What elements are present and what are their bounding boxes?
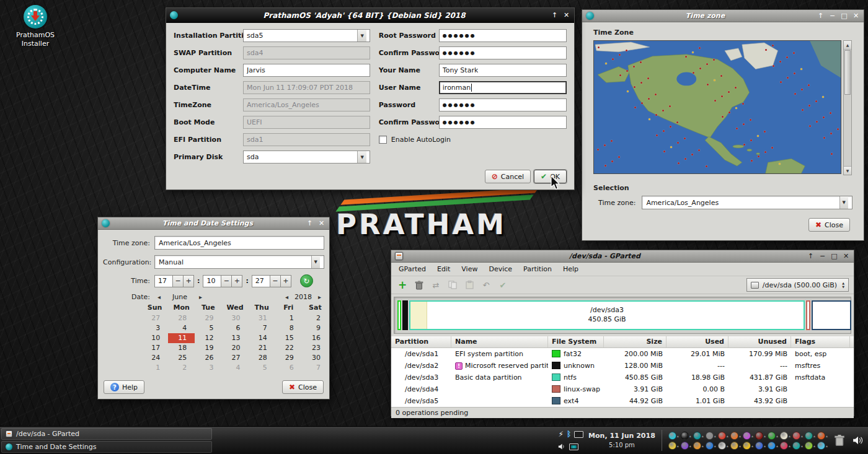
scroll-thumb[interactable]	[844, 50, 851, 95]
partition-row[interactable]: /dev/sda4linux-swap3.91 GiB0.00 B3.91 Gi…	[391, 383, 854, 395]
app-icon[interactable]	[693, 432, 701, 440]
calendar-day[interactable]: 5	[195, 323, 221, 333]
scroll-up-icon[interactable]: ▲	[844, 41, 851, 50]
app-icon[interactable]	[817, 442, 825, 450]
column-name[interactable]: Name	[451, 336, 548, 347]
prev-month-button[interactable]: ◂	[154, 294, 164, 300]
calendar-day[interactable]: 4	[168, 323, 195, 333]
close-button[interactable]: ✕	[852, 12, 860, 20]
app-icon[interactable]	[805, 442, 813, 450]
delete-partition-button[interactable]	[413, 279, 425, 291]
titlebar[interactable]: PrathamOS 'Adyah' {64 BIT} {Debian Sid} …	[166, 8, 574, 23]
configuration-select[interactable]: Manual ▼	[154, 255, 324, 269]
primary-disk-select[interactable]: sda▼	[243, 151, 370, 164]
partition-bar-segment-linux-swap[interactable]	[806, 300, 810, 330]
second-value[interactable]: 27	[252, 275, 270, 287]
calendar-day[interactable]: 29	[275, 353, 302, 363]
display-sharing-icon[interactable]	[569, 443, 578, 450]
app-icon[interactable]	[706, 432, 714, 440]
minute-increment-button[interactable]: +	[232, 275, 242, 287]
trash-icon[interactable]	[833, 434, 846, 447]
taskbar-window-gparted[interactable]: /dev/sda - GParted	[1, 428, 212, 440]
close-button[interactable]: ✕	[842, 252, 850, 260]
calendar-day[interactable]: 1	[141, 363, 168, 373]
calendar-day[interactable]: 10	[141, 333, 168, 343]
partition-row[interactable]: /dev/sda1EFI system partitionfat32200.00…	[391, 348, 854, 360]
hour-decrement-button[interactable]: −	[173, 275, 184, 287]
map-scrollbar[interactable]: ▲ ▼	[843, 40, 852, 175]
close-button[interactable]: ✕	[317, 219, 326, 227]
next-year-button[interactable]: ▸	[315, 294, 324, 300]
app-icon[interactable]	[706, 442, 714, 450]
next-month-button[interactable]: ▸	[196, 294, 205, 300]
calendar-day[interactable]: 21	[249, 343, 275, 353]
desktop-icon-installer[interactable]: PrathamOS Installer	[12, 5, 58, 49]
minimize-button[interactable]: −	[828, 12, 836, 20]
resize-button[interactable]: ⇄	[430, 279, 442, 291]
sync-time-button[interactable]: ↻	[300, 274, 313, 287]
app-icon[interactable]	[817, 432, 825, 440]
scroll-down-icon[interactable]: ▼	[844, 166, 851, 175]
calendar-day[interactable]: 29	[195, 313, 221, 323]
app-icon[interactable]	[718, 442, 726, 450]
calendar-day[interactable]: 16	[302, 333, 329, 343]
calendar-day[interactable]: 6	[275, 363, 302, 373]
calendar-day[interactable]: 24	[141, 353, 168, 363]
calendar-day[interactable]: 3	[195, 363, 221, 373]
calendar-day[interactable]: 27	[141, 313, 168, 323]
rollup-button[interactable]: ↑	[551, 11, 559, 19]
app-icon[interactable]	[792, 432, 800, 440]
second-increment-button[interactable]: +	[281, 275, 291, 287]
calendar-day[interactable]: 5	[249, 363, 275, 373]
app-icon[interactable]	[743, 442, 751, 450]
partition-row[interactable]: /dev/sda5ext444.92 GiB1.01 GiB43.92 GiB	[391, 395, 854, 407]
rollup-button[interactable]: ↑	[817, 12, 825, 20]
calendar-day[interactable]: 28	[168, 313, 195, 323]
close-button[interactable]: ✖ Close	[808, 218, 850, 232]
timezone-input[interactable]: America/Los_Angeles	[154, 236, 324, 250]
titlebar[interactable]: Time and Date Settings ↑ ✕	[98, 217, 329, 230]
timezone-select[interactable]: America/Los_Angeles ▼	[642, 196, 852, 209]
minimize-button[interactable]: −	[818, 252, 826, 260]
partition-row[interactable]: /dev/sda2!Microsoft reserved partitionun…	[391, 360, 854, 372]
app-icon[interactable]	[681, 442, 689, 450]
taskbar-window-datetime[interactable]: Time and Date Settings	[1, 441, 212, 453]
app-icon[interactable]	[681, 432, 689, 440]
your-name-field[interactable]: Tony Stark	[439, 64, 567, 77]
help-button[interactable]: ? Help	[104, 380, 144, 394]
calendar-day[interactable]: 9	[302, 323, 329, 333]
confirm-user-password-field[interactable]: ●●●●●●	[439, 116, 567, 129]
calendar-day[interactable]: 30	[302, 353, 329, 363]
confirm-root-password-field[interactable]: ●●●●●●	[439, 46, 567, 59]
app-icon[interactable]	[805, 432, 813, 440]
column-unused[interactable]: Unused	[728, 336, 791, 347]
rollup-button[interactable]: ↑	[807, 252, 815, 260]
device-selector[interactable]: /dev/sda (500.00 GiB) ▲▼	[746, 278, 849, 292]
calendar-day[interactable]: 4	[221, 363, 248, 373]
calendar-day-selected[interactable]: 11	[168, 333, 195, 343]
calendar-day[interactable]: 15	[275, 333, 302, 343]
calendar-day[interactable]: 14	[249, 333, 275, 343]
calendar-day[interactable]: 20	[221, 343, 248, 353]
close-button[interactable]: ✖ Close	[282, 380, 324, 394]
app-icon[interactable]	[730, 432, 738, 440]
installation-partition-select[interactable]: sda5▼	[243, 29, 370, 42]
volume-tray-icon[interactable]	[558, 443, 566, 450]
menu-edit[interactable]: Edit	[432, 264, 455, 274]
calendar-day[interactable]: 22	[275, 343, 302, 353]
partition-row[interactable]: /dev/sda3Basic data partitionntfs450.85 …	[391, 372, 854, 383]
menu-view[interactable]: View	[456, 264, 482, 274]
partition-bar-segment-ntfs[interactable]: /dev/sda3450.85 GiB	[409, 300, 805, 330]
ok-button[interactable]: ✔ OK	[534, 170, 567, 183]
new-partition-button[interactable]: +	[396, 279, 409, 291]
app-icon[interactable]	[792, 442, 800, 450]
copy-button[interactable]	[446, 279, 459, 291]
maximize-button[interactable]: □	[840, 12, 848, 20]
app-icon[interactable]	[780, 442, 788, 450]
scroll-track[interactable]	[844, 95, 851, 166]
calendar-day[interactable]: 30	[221, 313, 248, 323]
calendar-day[interactable]: 23	[302, 343, 329, 353]
column-file-system[interactable]: File System	[548, 336, 604, 347]
app-icon[interactable]	[668, 432, 676, 440]
calendar-day[interactable]: 18	[168, 343, 195, 353]
